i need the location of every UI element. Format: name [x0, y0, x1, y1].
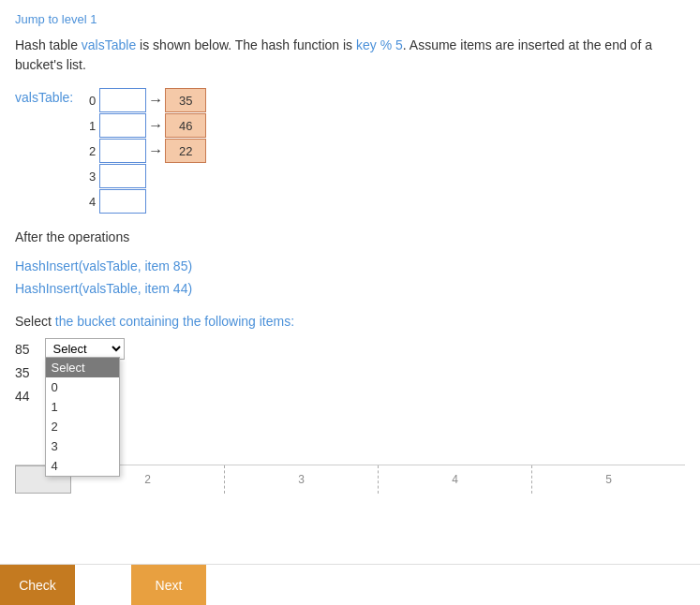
dropdown-option-2[interactable]: 2: [46, 417, 119, 436]
dropdown-option-3[interactable]: 3: [46, 436, 119, 456]
bottom-bar: Check Next: [0, 564, 700, 605]
value-cell-0: 35: [165, 88, 206, 112]
arrow-1: →: [148, 117, 163, 134]
operations: HashInsert(valsTable, item 85) HashInser…: [15, 256, 685, 301]
question-text: Select the bucket containing the followi…: [15, 314, 685, 329]
bucket-cell-4: [99, 189, 146, 214]
page-divider-3: 3: [225, 465, 379, 494]
value-cell-2: 22: [165, 139, 206, 163]
operation-1: HashInsert(valsTable, item 85): [15, 256, 685, 278]
bucket-cell-2: [99, 139, 146, 163]
description: Hash table valsTable is shown below. The…: [15, 36, 685, 75]
bucket-index-2: 2: [81, 144, 96, 158]
highlight-hashfn: key % 5: [356, 37, 403, 52]
dropdown-open: Select 0 1 2 3 4: [45, 357, 120, 477]
items-list: 85 35 44: [15, 338, 30, 409]
check-button[interactable]: Check: [0, 565, 75, 606]
dropdown-option-select[interactable]: Select: [46, 358, 119, 377]
page-divider-5: 5: [532, 465, 685, 494]
bucket-index-3: 3: [81, 170, 96, 184]
bucket-row-0: 0 → 35: [81, 88, 206, 112]
page-divider-4: 4: [379, 465, 532, 494]
jump-link[interactable]: Jump to level 1: [15, 12, 97, 26]
select-container[interactable]: Select 0 1 2 3 4 Select 0 1 2 3 4: [45, 338, 125, 360]
bucket-row-1: 1 → 46: [81, 113, 206, 138]
dropdown-option-1[interactable]: 1: [46, 397, 119, 417]
highlight-select: the bucket containing the following item…: [55, 314, 294, 329]
arrow-0: →: [148, 92, 163, 109]
dropdown-option-4[interactable]: 4: [46, 456, 119, 476]
arrow-2: →: [148, 142, 163, 159]
highlight-valstable1: valsTable: [82, 37, 136, 52]
dropdown-option-0[interactable]: 0: [46, 377, 119, 397]
after-ops-label: After the operations: [15, 229, 685, 244]
bucket-cell-1: [99, 113, 146, 138]
operation-2: HashInsert(valsTable, item 44): [15, 278, 685, 301]
bucket-index-1: 1: [81, 119, 96, 133]
bucket-cell-0: [99, 88, 146, 112]
bucket-index-0: 0: [81, 94, 96, 108]
bucket-cell-3: [99, 164, 146, 188]
hash-table-label: valsTable:: [15, 90, 73, 105]
bucket-row-2: 2 → 22: [81, 139, 206, 163]
bucket-row-3: 3: [81, 164, 206, 188]
next-button[interactable]: Next: [131, 565, 206, 606]
value-cell-1: 46: [165, 113, 206, 138]
item-35: 35: [15, 362, 30, 385]
item-44: 44: [15, 385, 30, 408]
item-85: 85: [15, 338, 30, 362]
bucket-row-4: 4: [81, 189, 206, 214]
bucket-rows: 0 → 35 1 → 46 2 → 22 3: [81, 88, 206, 214]
bucket-index-4: 4: [81, 195, 96, 209]
